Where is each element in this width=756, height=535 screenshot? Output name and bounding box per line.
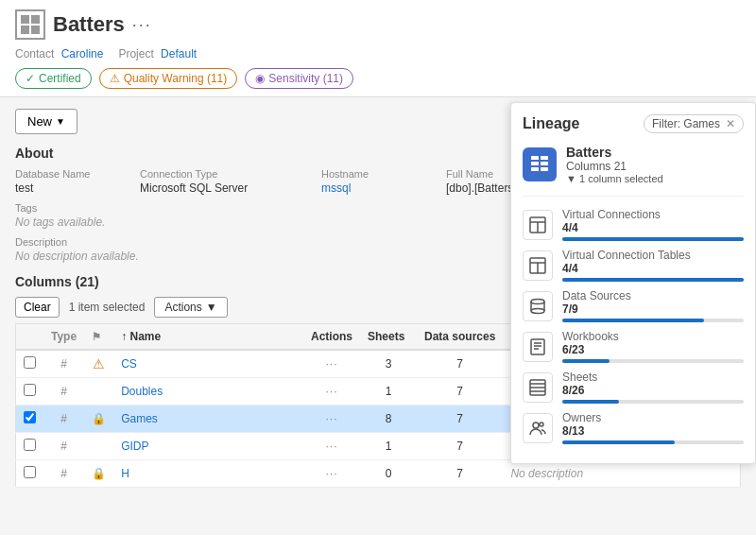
progress-bar-fill xyxy=(562,319,704,322)
name-cell[interactable]: CS xyxy=(113,350,303,378)
row-checkbox[interactable] xyxy=(16,433,44,460)
row-actions-button[interactable]: ··· xyxy=(326,385,338,398)
lineage-row[interactable]: Data Sources 7/9 xyxy=(523,289,744,322)
svg-point-24 xyxy=(533,423,539,428)
lineage-row-info: Sheets 8/26 xyxy=(562,371,744,404)
lineage-row-icon xyxy=(523,413,553,443)
lineage-row-count: 8/13 xyxy=(562,424,744,438)
row-actions-button[interactable]: ··· xyxy=(326,440,338,453)
actions-cell[interactable]: ··· xyxy=(303,460,360,488)
progress-bar-bg xyxy=(562,359,744,363)
col-header-datasources: Data sources xyxy=(417,324,503,351)
db-field: Database Name test xyxy=(15,168,129,195)
progress-bar-fill xyxy=(562,278,744,282)
more-options-button[interactable]: ··· xyxy=(132,15,152,35)
row-actions-button[interactable]: ··· xyxy=(326,412,338,425)
row-checkbox[interactable] xyxy=(16,406,44,433)
lineage-row-label: Virtual Connection Tables xyxy=(562,249,744,262)
name-cell[interactable]: H xyxy=(113,460,303,488)
header: Batters ··· Contact Caroline Project Def… xyxy=(0,0,756,97)
lineage-row-label: Owners xyxy=(562,411,744,424)
datasources-cell: 7 xyxy=(417,378,503,406)
checkbox-input[interactable] xyxy=(24,356,36,369)
svg-rect-3 xyxy=(541,162,548,165)
progress-bar-bg xyxy=(562,400,744,404)
checkbox-input[interactable] xyxy=(24,466,36,478)
actions-cell[interactable]: ··· xyxy=(303,433,360,460)
datasources-cell: 7 xyxy=(417,433,503,460)
row-checkbox[interactable] xyxy=(16,460,44,488)
svg-rect-1 xyxy=(541,156,548,160)
lineage-row-count: 6/23 xyxy=(562,343,744,356)
column-name-link[interactable]: H xyxy=(121,467,129,480)
row-actions-button[interactable]: ··· xyxy=(326,357,338,371)
badges-row: ✓ Certified ⚠ Quality Warning (11) ◉ Sen… xyxy=(15,68,741,96)
column-name-link[interactable]: Doubles xyxy=(121,385,163,398)
lineage-row-label: Virtual Connections xyxy=(562,208,744,221)
main-content: Batters ··· Contact Caroline Project Def… xyxy=(0,0,756,535)
lineage-row[interactable]: Virtual Connection Tables 4/4 xyxy=(523,249,744,282)
name-cell[interactable]: GIDP xyxy=(113,433,303,460)
name-cell[interactable]: Doubles xyxy=(113,378,303,406)
lineage-row-label: Sheets xyxy=(562,371,744,384)
actions-button[interactable]: Actions ▼ xyxy=(154,297,227,318)
dropdown-arrow-icon: ▼ xyxy=(56,116,65,127)
type-cell: # xyxy=(43,460,84,488)
lineage-row-count: 8/26 xyxy=(562,384,744,397)
svg-rect-2 xyxy=(531,162,539,165)
checkbox-input[interactable] xyxy=(24,384,36,396)
lineage-row[interactable]: Owners 8/13 xyxy=(523,411,744,444)
lineage-row[interactable]: Sheets 8/26 xyxy=(523,371,744,404)
warning-cell: ⚠ xyxy=(84,350,113,378)
row-actions-button[interactable]: ··· xyxy=(326,467,338,480)
checkbox-input[interactable] xyxy=(24,439,36,451)
row-checkbox[interactable] xyxy=(16,350,44,378)
lineage-row-label: Workbooks xyxy=(562,330,744,343)
lineage-main-info: Batters Columns 21 ▼ 1 column selected xyxy=(566,145,663,184)
datasources-cell: 7 xyxy=(417,460,503,488)
filter-close-icon[interactable]: ✕ xyxy=(726,117,735,130)
column-name-link[interactable]: GIDP xyxy=(121,440,148,453)
svg-point-12 xyxy=(531,299,544,303)
lineage-row-icon xyxy=(523,210,553,240)
page-title: Batters xyxy=(53,12,125,37)
name-cell[interactable]: Games xyxy=(113,406,303,433)
column-name-link[interactable]: Games xyxy=(121,412,158,425)
sensitivity-badge[interactable]: ◉ Sensitivity (11) xyxy=(245,68,353,89)
actions-cell[interactable]: ··· xyxy=(303,350,360,378)
lineage-row-info: Virtual Connection Tables 4/4 xyxy=(562,249,744,282)
sheets-cell: 0 xyxy=(360,460,417,488)
certified-badge[interactable]: ✓ Certified xyxy=(15,68,92,89)
lineage-row[interactable]: Virtual Connections 4/4 xyxy=(523,208,744,241)
column-name-link[interactable]: CS xyxy=(121,357,137,371)
warning-icon: ⚠ xyxy=(93,356,105,371)
warning-cell xyxy=(84,433,113,460)
checkbox-input[interactable] xyxy=(24,411,36,423)
new-button[interactable]: New ▼ xyxy=(15,109,77,134)
selected-count: 1 item selected xyxy=(69,301,146,314)
lineage-title: Lineage xyxy=(523,115,579,132)
col-header-flag: ⚑ xyxy=(84,324,113,351)
conn-field: Connection Type Microsoft SQL Server xyxy=(140,168,310,195)
warning-cell: 🔒 xyxy=(84,406,113,433)
progress-bar-bg xyxy=(562,278,744,282)
lineage-row-info: Data Sources 7/9 xyxy=(562,289,744,322)
lineage-row[interactable]: Workbooks 6/23 xyxy=(523,330,744,363)
actions-cell[interactable]: ··· xyxy=(303,406,360,433)
type-cell: # xyxy=(43,406,84,433)
lineage-row-icon xyxy=(523,291,553,321)
quality-warning-badge[interactable]: ⚠ Quality Warning (11) xyxy=(99,68,238,89)
actions-cell[interactable]: ··· xyxy=(303,378,360,406)
row-checkbox[interactable] xyxy=(16,378,44,406)
col-header-sheets: Sheets xyxy=(360,324,417,351)
progress-bar-bg xyxy=(562,319,744,322)
col-header-name[interactable]: ↑ Name xyxy=(113,324,303,351)
progress-bar-fill xyxy=(562,440,675,444)
lineage-row-icon xyxy=(523,372,553,403)
project-label: Project xyxy=(118,47,153,60)
col-header-type: Type xyxy=(43,324,84,351)
clear-button[interactable]: Clear xyxy=(15,297,60,318)
lineage-row-count: 4/4 xyxy=(562,221,744,234)
sensitivity-label: Sensitivity (11) xyxy=(268,72,343,85)
sheets-cell: 1 xyxy=(360,378,417,406)
